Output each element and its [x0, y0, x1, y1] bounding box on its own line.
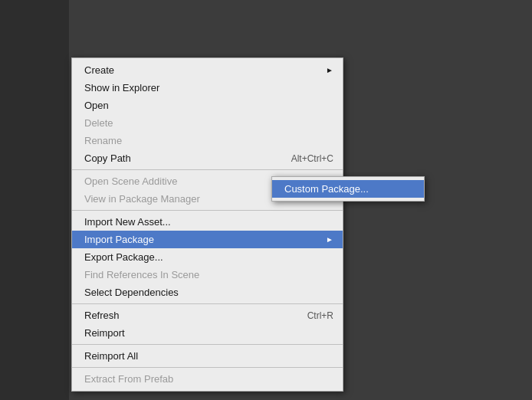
menu-item-refresh-shortcut: Ctrl+R	[307, 310, 333, 321]
separator-5	[72, 367, 343, 368]
menu-item-copy-path-label: Copy Path	[84, 152, 131, 164]
menu-item-delete[interactable]: Delete	[72, 114, 343, 132]
submenu-item-custom-package[interactable]: Custom Package...	[272, 180, 424, 198]
menu-item-reimport-label: Reimport	[84, 327, 125, 339]
menu-item-export-package[interactable]: Export Package...	[72, 248, 343, 266]
menu-item-reimport-all[interactable]: Reimport All	[72, 347, 343, 365]
menu-item-find-references-in-scene-label: Find References In Scene	[84, 269, 199, 280]
separator-2	[72, 210, 343, 211]
menu-item-import-package-label: Import Package	[84, 234, 154, 245]
menu-item-select-dependencies-label: Select Dependencies	[84, 287, 179, 298]
menu-item-export-package-label: Export Package...	[84, 251, 163, 263]
menu-item-rename[interactable]: Rename	[72, 132, 343, 149]
menu-item-open[interactable]: Open	[72, 97, 343, 114]
separator-3	[72, 303, 343, 304]
menu-item-create[interactable]: Create ►	[72, 61, 343, 79]
menu-item-import-package-arrow: ►	[326, 235, 333, 244]
menu-item-view-in-package-manager-label: View in Package Manager	[84, 193, 200, 205]
menu-item-import-new-asset[interactable]: Import New Asset...	[72, 213, 343, 231]
background-top-center	[69, 0, 192, 57]
menu-item-extract-from-prefab: Extract From Prefab	[72, 370, 343, 388]
menu-item-show-in-explorer-label: Show in Explorer	[84, 82, 159, 93]
menu-item-refresh[interactable]: Refresh Ctrl+R	[72, 307, 343, 324]
menu-item-import-new-asset-label: Import New Asset...	[84, 216, 171, 228]
menu-item-extract-from-prefab-label: Extract From Prefab	[84, 373, 173, 385]
background-left	[0, 0, 69, 400]
menu-item-copy-path[interactable]: Copy Path Alt+Ctrl+C	[72, 149, 343, 167]
menu-item-import-package[interactable]: Import Package ►	[72, 231, 343, 248]
menu-item-find-references-in-scene: Find References In Scene	[72, 266, 343, 284]
menu-item-rename-label: Rename	[84, 135, 122, 146]
menu-item-copy-path-shortcut: Alt+Ctrl+C	[291, 153, 333, 164]
context-menu: Create ► Show in Explorer Open Delete Re…	[71, 57, 343, 392]
menu-item-reimport[interactable]: Reimport	[72, 324, 343, 342]
menu-item-reimport-all-label: Reimport All	[84, 350, 138, 362]
menu-item-open-label: Open	[84, 100, 109, 111]
menu-item-create-label: Create	[84, 64, 114, 76]
separator-1	[72, 169, 343, 170]
menu-item-create-arrow: ►	[326, 66, 333, 74]
menu-item-select-dependencies[interactable]: Select Dependencies	[72, 284, 343, 301]
menu-item-refresh-label: Refresh	[84, 310, 120, 321]
separator-4	[72, 344, 343, 345]
menu-item-show-in-explorer[interactable]: Show in Explorer	[72, 79, 343, 97]
menu-item-open-scene-additive-label: Open Scene Additive	[84, 175, 177, 187]
menu-item-delete-label: Delete	[84, 117, 113, 129]
submenu-item-custom-package-label: Custom Package...	[284, 183, 369, 195]
submenu-import-package: Custom Package...	[271, 176, 425, 202]
